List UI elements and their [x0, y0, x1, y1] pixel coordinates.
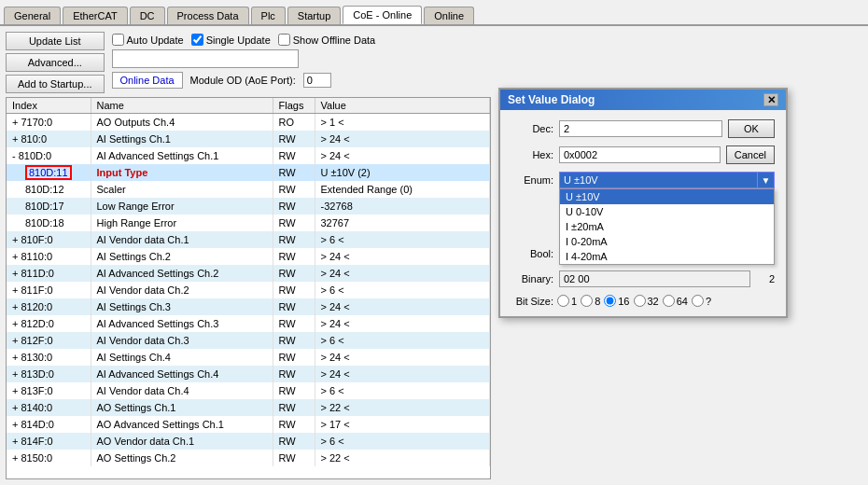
enum-option-3[interactable]: I 0-20mA [560, 234, 774, 249]
dialog-titlebar: Set Value Dialog ✕ [500, 90, 786, 110]
tab-startup[interactable]: Startup [287, 7, 341, 24]
auto-update-checkbox[interactable] [112, 34, 124, 46]
cell-index: + 811F:0 [7, 282, 91, 298]
cell-flags: RW [273, 332, 315, 349]
enum-option-1[interactable]: U 0-10V [560, 204, 774, 219]
online-data-button[interactable]: Online Data [112, 72, 183, 89]
auto-update-checkbox-label[interactable]: Auto Update [112, 34, 184, 46]
cell-value: > 17 < [315, 416, 490, 433]
bit-size-8-label[interactable]: 8 [581, 295, 600, 307]
table-row[interactable]: + 7170:0AO Outputs Ch.4RO> 1 < [7, 114, 490, 131]
cell-index: + 814D:0 [7, 416, 91, 433]
table-row[interactable]: + 813D:0AI Advanced Settings Ch.4RW> 24 … [7, 366, 490, 382]
advanced-button[interactable]: Advanced... [6, 53, 105, 72]
cell-value: > 24 < [315, 131, 490, 147]
cell-name: AO Vendor data Ch.1 [91, 433, 273, 450]
bit-size-1-radio[interactable] [557, 295, 569, 307]
cell-flags: RW [273, 382, 315, 399]
cancel-button[interactable]: Cancel [726, 146, 775, 164]
cell-name: AI Vendor data Ch.2 [91, 282, 273, 298]
cell-flags: RW [273, 349, 315, 366]
show-offline-checkbox-label[interactable]: Show Offline Data [278, 34, 375, 46]
dec-input[interactable] [559, 120, 722, 137]
table-row[interactable]: 810D:18High Range ErrorRW32767 [7, 215, 490, 231]
enum-dropdown: U ±10V U 0-10V I ±20mA I 0-20mA I 4-20mA [559, 188, 775, 265]
cell-name: AI Vendor data Ch.4 [91, 382, 273, 399]
cell-flags: RW [273, 282, 315, 298]
tab-dc[interactable]: DC [130, 7, 165, 24]
bit-size-16-radio[interactable] [604, 295, 616, 307]
cell-index: + 8140:0 [7, 399, 91, 416]
update-list-button[interactable]: Update List [6, 32, 105, 50]
tab-general[interactable]: General [4, 7, 61, 24]
cell-flags: RW [273, 248, 315, 265]
table-row[interactable]: 810D:11Input TypeRWU ±10V (2) [7, 164, 490, 181]
table-row[interactable]: + 810F:0AI Vendor data Ch.1RW> 6 < [7, 231, 490, 248]
bit-size-64-radio[interactable] [663, 295, 675, 307]
table-row[interactable]: + 8120:0AI Settings Ch.3RW> 24 < [7, 298, 490, 315]
binary-input[interactable] [559, 270, 750, 287]
cell-flags: RO [273, 114, 315, 131]
cell-name: High Range Error [91, 215, 273, 231]
bit-size-32-radio[interactable] [634, 295, 646, 307]
bit-size-q-radio[interactable] [692, 295, 704, 307]
bit-size-q-label[interactable]: ? [692, 295, 711, 307]
hex-input[interactable] [559, 146, 721, 163]
table-row[interactable]: 810D:12ScalerRWExtended Range (0) [7, 181, 490, 198]
table-row[interactable]: + 8150:0AO Settings Ch.2RW> 22 < [7, 450, 490, 466]
ok-button[interactable]: OK [728, 119, 775, 138]
bit-size-8-radio[interactable] [581, 295, 593, 307]
bit-size-16-label[interactable]: 16 [604, 295, 629, 307]
cell-name: AO Advanced Settings Ch.1 [91, 416, 273, 433]
table-row[interactable]: - 810D:0AI Advanced Settings Ch.1RW> 24 … [7, 147, 490, 164]
cell-value: > 24 < [315, 349, 490, 366]
cell-index: + 813F:0 [7, 382, 91, 399]
table-row[interactable]: + 812F:0AI Vendor data Ch.3RW> 6 < [7, 332, 490, 349]
add-to-startup-button[interactable]: Add to Startup... [6, 75, 105, 93]
table-row[interactable]: + 811F:0AI Vendor data Ch.2RW> 6 < [7, 282, 490, 298]
table-row[interactable]: + 813F:0AI Vendor data Ch.4RW> 6 < [7, 382, 490, 399]
enum-selected-display[interactable]: U ±10V [559, 172, 758, 188]
enum-option-2[interactable]: I ±20mA [560, 219, 774, 234]
tab-online[interactable]: Online [424, 7, 474, 24]
right-panel: Set Value Dialog ✕ Dec: OK Hex: [498, 32, 862, 479]
cell-flags: RW [273, 181, 315, 198]
dialog-close-button[interactable]: ✕ [763, 93, 778, 106]
cell-flags: RW [273, 265, 315, 282]
tab-ethercat[interactable]: EtherCAT [63, 7, 127, 24]
table-row[interactable]: + 810:0AI Settings Ch.1RW> 24 < [7, 131, 490, 147]
table-row[interactable]: + 812D:0AI Advanced Settings Ch.3RW> 24 … [7, 315, 490, 332]
table-row[interactable]: + 8130:0AI Settings Ch.4RW> 24 < [7, 349, 490, 366]
cell-index: 810D:11 [7, 164, 91, 181]
module-od-input[interactable] [303, 73, 331, 88]
cell-value: U ±10V (2) [315, 164, 490, 181]
single-update-checkbox-label[interactable]: Single Update [191, 34, 271, 46]
single-update-checkbox[interactable] [191, 34, 203, 46]
cell-index: + 812D:0 [7, 315, 91, 332]
bool-label: Bool: [511, 248, 553, 259]
table-row[interactable]: + 814F:0AO Vendor data Ch.1RW> 6 < [7, 433, 490, 450]
cell-index: + 812F:0 [7, 332, 91, 349]
tab-plc[interactable]: Plc [251, 7, 286, 24]
table-row[interactable]: + 814D:0AO Advanced Settings Ch.1RW> 17 … [7, 416, 490, 433]
bit-size-64-label[interactable]: 64 [663, 295, 688, 307]
table-row[interactable]: + 811D:0AI Advanced Settings Ch.2RW> 24 … [7, 265, 490, 282]
cell-name: AI Vendor data Ch.1 [91, 231, 273, 248]
cell-flags: RW [273, 298, 315, 315]
tab-coe-online[interactable]: CoE - Online [343, 6, 422, 24]
enum-dropdown-arrow[interactable]: ▼ [758, 172, 775, 188]
table-row[interactable]: + 8140:0AO Settings Ch.1RW> 22 < [7, 399, 490, 416]
enum-option-0[interactable]: U ±10V [560, 189, 774, 204]
table-row[interactable]: 810D:17Low Range ErrorRW-32768 [7, 198, 490, 215]
cell-name: AO Settings Ch.1 [91, 399, 273, 416]
col-value: Value [315, 98, 490, 114]
cell-name: AI Settings Ch.2 [91, 248, 273, 265]
enum-option-4[interactable]: I 4-20mA [560, 249, 774, 264]
bit-size-32-label[interactable]: 32 [634, 295, 659, 307]
show-offline-checkbox[interactable] [278, 34, 290, 46]
tab-process-data[interactable]: Process Data [167, 7, 249, 24]
cell-index: + 811D:0 [7, 265, 91, 282]
bit-size-1-label[interactable]: 1 [557, 295, 577, 307]
cell-index: + 7170:0 [7, 114, 91, 131]
table-row[interactable]: + 8110:0AI Settings Ch.2RW> 24 < [7, 248, 490, 265]
